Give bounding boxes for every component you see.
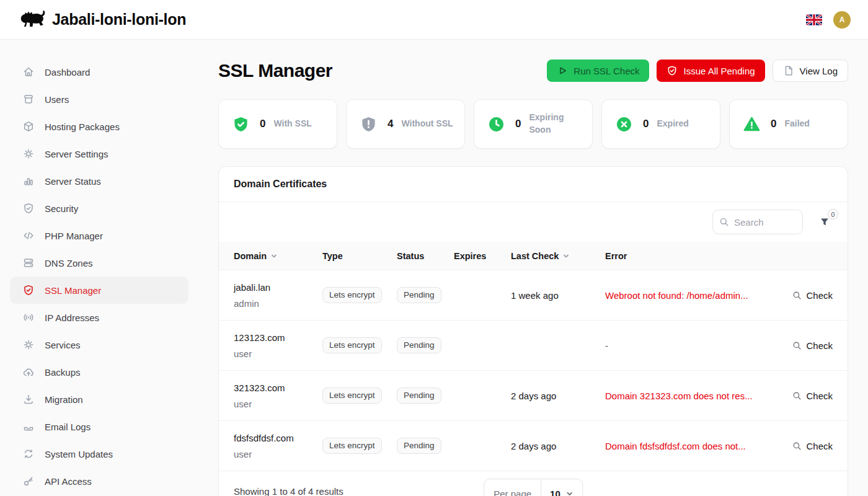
domain-name: fdsfsdfdsf.com	[234, 433, 322, 443]
issue-all-pending-button[interactable]: Issue All Pending	[657, 60, 764, 82]
magnifier-icon	[792, 391, 802, 401]
gear-icon	[22, 148, 35, 160]
per-page-value: 10	[550, 489, 560, 496]
check-button[interactable]: Check	[771, 441, 833, 451]
sidebar-item-php-manager[interactable]: PHP Manager	[10, 222, 188, 249]
check-button[interactable]: Check	[771, 391, 833, 401]
sidebar-item-services[interactable]: Services	[10, 331, 188, 358]
type-badge: Lets encrypt	[322, 337, 382, 353]
cloud-upload-icon	[22, 366, 35, 378]
stat-card-expiring-soon: 0 Expiring Soon	[474, 99, 593, 149]
domain-owner: user	[234, 348, 322, 359]
stat-value: 0	[260, 118, 265, 130]
sidebar-item-server-settings[interactable]: Server Settings	[10, 140, 188, 167]
magnifier-icon	[792, 291, 802, 300]
type-badge: Lets encrypt	[322, 388, 382, 404]
sidebar-item-dashboard[interactable]: Dashboard	[10, 58, 188, 86]
stats-row: 0 With SSL 4 Without SSL 0 Expiring Soon	[218, 99, 848, 149]
sidebar-item-dns-zones[interactable]: DNS Zones	[10, 249, 188, 277]
archive-icon	[22, 93, 35, 105]
domain-owner: user	[234, 399, 322, 409]
code-icon	[22, 229, 35, 242]
type-badge: Lets encrypt	[322, 438, 382, 454]
table-row: 321323.com user Lets encrypt Pending 2 d…	[219, 371, 848, 421]
check-button[interactable]: Check	[771, 340, 833, 351]
last-check-cell: 1 week ago	[511, 290, 605, 301]
table-footer: Showing 1 to 4 of 4 results Per page 10	[219, 471, 848, 496]
column-last-check[interactable]: Last Check	[511, 251, 605, 261]
shield-check-icon	[666, 65, 678, 76]
sidebar-item-server-status[interactable]: Server Status	[10, 167, 188, 195]
domain-name: 123123.com	[234, 332, 322, 343]
magnifier-icon	[792, 441, 802, 451]
page-title: SSL Manager	[218, 60, 332, 81]
per-page-select[interactable]: Per page 10	[484, 479, 583, 496]
domain-name: 321323.com	[234, 383, 322, 393]
status-badge: Pending	[397, 287, 441, 303]
broadcast-icon	[22, 311, 35, 324]
chevron-down-icon	[562, 252, 570, 260]
domain-owner: user	[234, 449, 322, 459]
table-row: jabali.lan admin Lets encrypt Pending 1 …	[219, 270, 848, 321]
top-header: Jabali-loni-loni-lon A	[0, 0, 868, 40]
search-icon	[719, 217, 729, 227]
sidebar-item-ip-addresses[interactable]: IP Addresses	[10, 304, 188, 331]
brand[interactable]: Jabali-loni-loni-lon	[17, 9, 186, 31]
last-check-cell: 2 days ago	[511, 441, 605, 451]
document-icon	[783, 65, 794, 76]
domain-name: jabali.lan	[234, 282, 322, 293]
stat-label: Without SSL	[401, 118, 454, 130]
stat-label: Expiring Soon	[529, 112, 582, 136]
column-status: Status	[397, 251, 454, 261]
status-badge: Pending	[397, 438, 441, 454]
table-row: 123123.com user Lets encrypt Pending - C…	[219, 321, 848, 371]
stat-card-failed: 0 Failed	[729, 99, 848, 149]
sidebar: Dashboard Users Hosting Packages Server …	[0, 40, 198, 496]
home-icon	[22, 66, 35, 78]
error-cell: Domain fdsfsdfdsf.com does not...	[605, 441, 771, 451]
filter-button[interactable]: 0	[819, 216, 830, 228]
error-cell: Webroot not found: /home/admin...	[605, 290, 771, 301]
stat-label: Expired	[657, 118, 710, 130]
stat-card-expired: 0 Expired	[601, 99, 720, 149]
user-avatar[interactable]: A	[833, 11, 851, 29]
error-cell: -	[605, 340, 771, 351]
app-title: Jabali-loni-loni-lon	[52, 11, 186, 29]
sidebar-item-users[interactable]: Users	[10, 86, 188, 113]
warning-triangle-icon	[743, 116, 760, 133]
stat-label: With SSL	[273, 118, 327, 130]
stat-value: 0	[515, 118, 521, 130]
view-log-button[interactable]: View Log	[773, 60, 848, 82]
shield-exclamation-icon	[360, 116, 377, 133]
column-domain[interactable]: Domain	[234, 251, 322, 261]
domain-certificates-card: Domain Certificates 0 Domain Type	[218, 166, 848, 496]
gear-icon	[22, 339, 35, 351]
run-ssl-check-button[interactable]: Run SSL Check	[547, 60, 649, 82]
column-expires: Expires	[454, 251, 511, 261]
boar-logo-icon	[17, 9, 46, 31]
x-circle-icon	[616, 116, 632, 133]
sidebar-item-api-access[interactable]: API Access	[10, 467, 188, 495]
sidebar-item-security[interactable]: Security	[10, 195, 188, 222]
filter-funnel-icon	[819, 216, 830, 228]
check-button[interactable]: Check	[771, 290, 833, 301]
table-row: fdsfsdfdsf.com user Lets encrypt Pending…	[219, 421, 848, 471]
column-error: Error	[605, 251, 771, 261]
play-icon	[557, 65, 568, 76]
sidebar-item-system-updates[interactable]: System Updates	[10, 440, 188, 467]
language-flag-icon[interactable]	[806, 14, 822, 25]
stat-value: 0	[771, 118, 776, 130]
shield-check-icon	[232, 116, 249, 133]
sidebar-item-ssl-manager[interactable]: SSL Manager	[10, 277, 188, 304]
sidebar-item-hosting-packages[interactable]: Hosting Packages	[10, 113, 188, 140]
chevron-down-icon	[270, 252, 278, 260]
card-title: Domain Certificates	[234, 179, 833, 190]
sidebar-item-backups[interactable]: Backups	[10, 358, 188, 386]
stat-label: Failed	[784, 118, 838, 130]
clock-icon	[488, 116, 505, 133]
status-badge: Pending	[397, 337, 441, 353]
download-icon	[22, 393, 35, 405]
domain-owner: admin	[234, 298, 322, 309]
sidebar-item-migration[interactable]: Migration	[10, 386, 188, 413]
sidebar-item-email-logs[interactable]: Email Logs	[10, 413, 188, 440]
